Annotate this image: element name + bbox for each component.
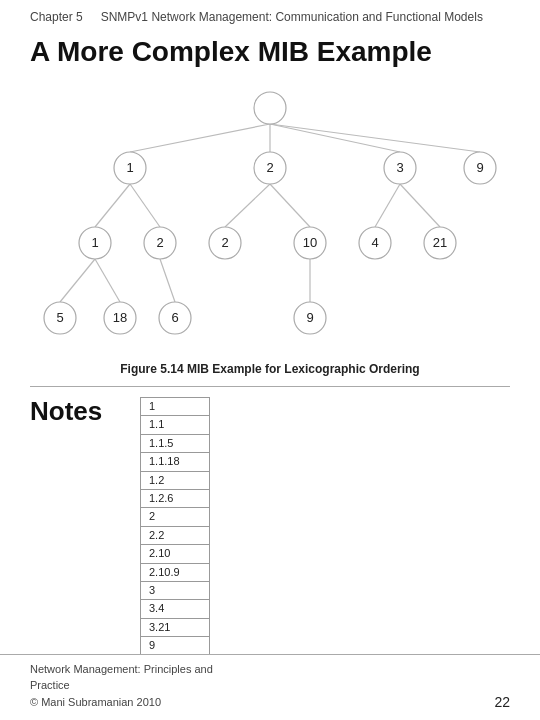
svg-text:9: 9 <box>306 310 313 325</box>
svg-point-14 <box>254 92 286 124</box>
list-item: 1.1.18 <box>141 453 210 471</box>
list-item: 3 <box>141 581 210 599</box>
list-item: 2.2 <box>141 526 210 544</box>
svg-text:2: 2 <box>221 235 228 250</box>
figure-caption: Figure 5.14 MIB Example for Lexicographi… <box>30 362 510 376</box>
footer-line3: © Mani Subramanian 2010 <box>30 694 213 711</box>
svg-line-10 <box>60 259 95 302</box>
svg-line-2 <box>270 124 400 152</box>
page-number: 22 <box>494 694 510 710</box>
footer-left: Network Management: Principles and Pract… <box>30 661 213 711</box>
svg-text:2: 2 <box>156 235 163 250</box>
tree-svg: 12391221042151869 <box>30 78 510 358</box>
header-subtitle: SNMPv1 Network Management: Communication… <box>101 10 483 24</box>
svg-line-9 <box>400 184 440 227</box>
svg-text:4: 4 <box>371 235 378 250</box>
list-item: 2 <box>141 508 210 526</box>
svg-line-0 <box>130 124 270 152</box>
svg-text:5: 5 <box>56 310 63 325</box>
svg-text:10: 10 <box>303 235 317 250</box>
section-divider <box>30 386 510 387</box>
svg-text:1: 1 <box>126 160 133 175</box>
list-item: 1.1.5 <box>141 434 210 452</box>
footer-line1: Network Management: Principles and <box>30 661 213 678</box>
svg-line-4 <box>95 184 130 227</box>
header: Chapter 5 SNMPv1 Network Management: Com… <box>0 0 540 28</box>
svg-text:21: 21 <box>433 235 447 250</box>
list-item: 3.21 <box>141 618 210 636</box>
list-item: 9 <box>141 637 210 655</box>
svg-line-3 <box>270 124 480 152</box>
list-item: 1.2 <box>141 471 210 489</box>
list-item: 2.10.9 <box>141 563 210 581</box>
svg-line-11 <box>95 259 120 302</box>
svg-text:1: 1 <box>91 235 98 250</box>
notes-label: Notes <box>30 397 120 655</box>
page-title: A More Complex MIB Example <box>0 28 540 78</box>
list-item: 2.10 <box>141 545 210 563</box>
svg-line-12 <box>160 259 175 302</box>
svg-text:2: 2 <box>266 160 273 175</box>
list-item: 1.1 <box>141 416 210 434</box>
notes-table: 11.11.1.51.1.181.21.2.622.22.102.10.933.… <box>140 397 210 655</box>
svg-text:3: 3 <box>396 160 403 175</box>
svg-line-7 <box>270 184 310 227</box>
svg-line-8 <box>375 184 400 227</box>
list-item: 1.2.6 <box>141 489 210 507</box>
chapter-label: Chapter 5 <box>30 10 83 24</box>
svg-line-5 <box>130 184 160 227</box>
list-item: 3.4 <box>141 600 210 618</box>
notes-section: Notes 11.11.1.51.1.181.21.2.622.22.102.1… <box>0 397 540 655</box>
svg-line-6 <box>225 184 270 227</box>
bottom-bar: Network Management: Principles and Pract… <box>0 654 540 721</box>
list-item: 1 <box>141 398 210 416</box>
tree-diagram: 12391221042151869 <box>30 78 510 358</box>
svg-text:18: 18 <box>113 310 127 325</box>
svg-text:6: 6 <box>171 310 178 325</box>
footer-line2: Practice <box>30 677 213 694</box>
svg-text:9: 9 <box>476 160 483 175</box>
